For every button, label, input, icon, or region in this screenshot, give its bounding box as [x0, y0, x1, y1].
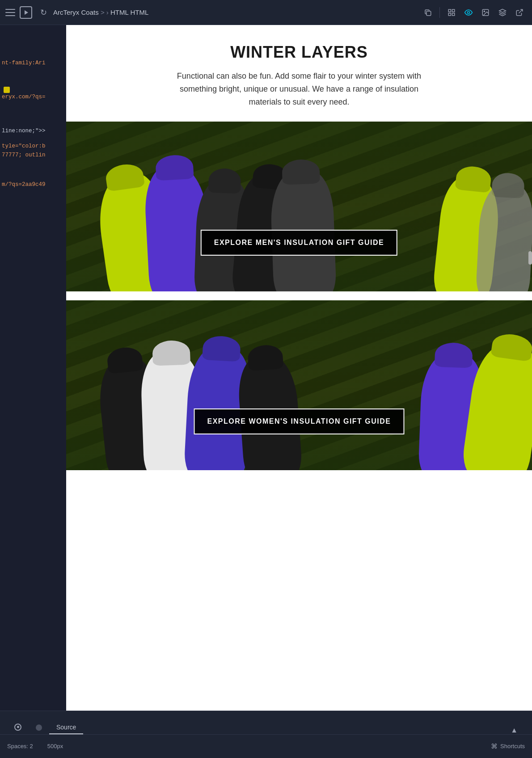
external-link-icon-button[interactable]: [512, 5, 527, 20]
womens-image-section: EXPLORE WOMEN'S INSULATION GIFT GUIDE: [66, 300, 532, 470]
preview-content: WINTER LAYERS Functional can also be fun…: [66, 25, 532, 711]
main-area: nt-family:Ari eryx.com/?qs= line:none;">…: [0, 25, 532, 711]
code-spacer-4: [0, 160, 66, 180]
winter-title: WINTER LAYERS: [93, 43, 505, 62]
bottom-bar: Source ▲ Spaces: 2 500px ⌘ Shortcuts: [0, 711, 532, 758]
menu-icon[interactable]: [5, 9, 15, 16]
tab-target[interactable]: [7, 720, 29, 734]
code-spacer-3: [0, 135, 66, 142]
womens-cta-button[interactable]: EXPLORE WOMEN'S INSULATION GIFT GUIDE: [194, 408, 404, 434]
shortcuts-label: Shortcuts: [500, 743, 525, 750]
winter-header: WINTER LAYERS Functional can also be fun…: [66, 25, 532, 122]
px-label: 500px: [47, 743, 63, 750]
womens-image-bg: [66, 300, 532, 470]
toolbar-divider: [439, 7, 440, 18]
svg-line-8: [519, 9, 523, 13]
code-spacer-1: [0, 67, 66, 93]
tab-source-label: Source: [56, 724, 76, 731]
target-icon: [14, 724, 21, 731]
play-button[interactable]: [20, 6, 32, 19]
breadcrumb-separator: >: [101, 8, 105, 16]
code-line-6: m/?qs=2aa9c49: [0, 180, 66, 189]
toolbar-right: [421, 5, 527, 20]
image-icon-button[interactable]: [478, 5, 493, 20]
breadcrumb-arrow-icon: ›: [106, 8, 109, 16]
bottom-tabs: Source ▲: [0, 711, 532, 734]
svg-rect-4: [452, 13, 455, 15]
bottom-spacer: [66, 470, 532, 506]
code-panel: nt-family:Ari eryx.com/?qs= line:none;">…: [0, 25, 66, 711]
spaces-label: Spaces: 2: [7, 743, 33, 750]
breadcrumb-project: ArcTeryx Coats: [53, 8, 99, 16]
code-line-2: eryx.com/?qs=: [0, 93, 66, 101]
winter-description: Functional can also be fun. Add some fla…: [169, 70, 429, 108]
mens-cta-text: EXPLORE MEN'S INSULATION GIFT GUIDE: [214, 239, 384, 246]
shortcuts-area[interactable]: ⌘ Shortcuts: [491, 742, 525, 750]
svg-point-7: [484, 11, 485, 12]
circle-icon: [36, 724, 42, 731]
yellow-indicator: [4, 87, 10, 93]
layers-icon-button[interactable]: [495, 5, 510, 20]
chevron-up-icon[interactable]: ▲: [511, 726, 518, 734]
refresh-icon[interactable]: ↻: [40, 8, 47, 17]
code-line-1: nt-family:Ari: [0, 59, 66, 67]
tab-source[interactable]: Source: [49, 720, 83, 734]
svg-rect-1: [448, 9, 451, 12]
breadcrumb: ArcTeryx Coats > › HTML HTML: [53, 8, 148, 16]
svg-rect-0: [426, 11, 431, 16]
tab-circle[interactable]: [29, 721, 49, 734]
preview-icon-button[interactable]: [461, 5, 476, 20]
womens-cta-text: EXPLORE WOMEN'S INSULATION GIFT GUIDE: [207, 417, 391, 425]
code-spacer-2: [0, 101, 66, 126]
code-line-3: line:none;">>: [0, 126, 66, 135]
mens-image-section: EXPLORE MEN'S INSULATION GIFT GUIDE: [66, 122, 532, 291]
toolbar: ↻ ArcTeryx Coats > › HTML HTML: [0, 0, 532, 25]
toolbar-left: ↻ ArcTeryx Coats > › HTML HTML: [5, 6, 148, 19]
svg-rect-3: [448, 13, 451, 15]
scrollbar-thumb[interactable]: [528, 251, 532, 265]
section-gap: [66, 291, 532, 300]
breadcrumb-html-text: HTML: [130, 8, 148, 16]
mens-cta-button[interactable]: EXPLORE MEN'S INSULATION GIFT GUIDE: [201, 230, 397, 256]
copy-icon-button[interactable]: [421, 5, 435, 20]
bottom-status: Spaces: 2 500px ⌘ Shortcuts: [0, 734, 532, 758]
svg-rect-2: [452, 9, 455, 12]
grid-icon-button[interactable]: [444, 5, 459, 20]
mens-image-bg: [66, 122, 532, 291]
breadcrumb-page: HTML: [110, 8, 128, 16]
code-line-4: tyle="color:b: [0, 142, 66, 151]
svg-point-5: [468, 11, 470, 13]
cmd-icon: ⌘: [491, 742, 498, 750]
preview-pane[interactable]: WINTER LAYERS Functional can also be fun…: [66, 25, 532, 711]
code-line-5: 77777; outlin: [0, 151, 66, 160]
